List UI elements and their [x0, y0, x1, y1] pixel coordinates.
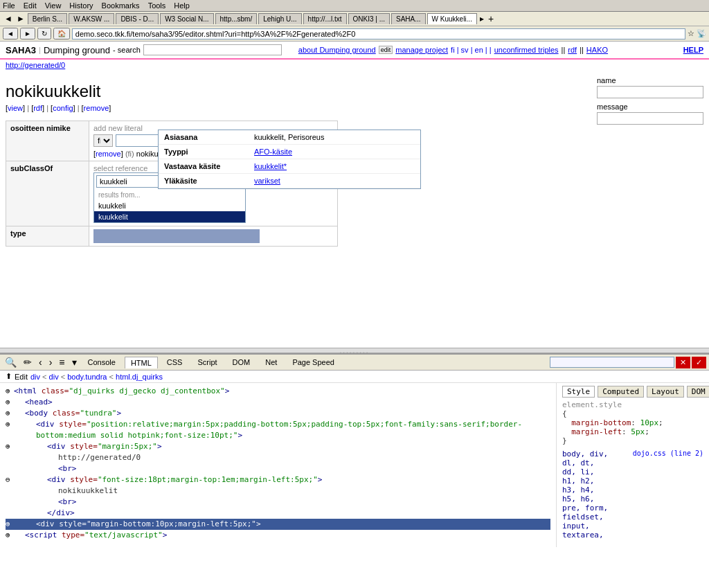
- tab-0[interactable]: Berlin S...: [28, 13, 67, 24]
- lang-en[interactable]: en: [475, 46, 483, 54]
- menu-file[interactable]: File: [3, 1, 15, 10]
- style-source[interactable]: dojo.css (line 2): [633, 449, 703, 457]
- bookmark-icon[interactable]: ☆: [688, 29, 694, 38]
- manage-project-link[interactable]: manage project: [395, 46, 448, 54]
- autocomplete-item-1[interactable]: kuukkelit: [94, 211, 245, 222]
- tab-2[interactable]: DBIS - D...: [116, 13, 159, 24]
- devtools-forward-icon[interactable]: ›: [47, 357, 55, 368]
- tab-more[interactable]: ▸: [478, 14, 485, 24]
- devtools-tab-net[interactable]: Net: [259, 356, 283, 368]
- autocomplete-item-0[interactable]: kuukkeli: [94, 200, 245, 211]
- expand-12[interactable]: ⊕: [6, 530, 14, 541]
- html-line-0[interactable]: ⊕ <html class="dj_quirks dj_gecko dj_con…: [6, 386, 550, 397]
- devtools-tab-css[interactable]: CSS: [161, 356, 189, 368]
- remove-literal-link[interactable]: remove: [96, 150, 121, 158]
- nav-home[interactable]: 🏠: [53, 28, 70, 39]
- about-link[interactable]: about Dumping ground: [298, 46, 376, 54]
- nav-forward[interactable]: ►: [20, 28, 35, 39]
- expand-0[interactable]: ⊕: [6, 386, 14, 397]
- name-input[interactable]: [597, 86, 703, 98]
- bc-html[interactable]: html.dj_quirks: [116, 373, 163, 381]
- style-tab-layout[interactable]: Layout: [647, 386, 684, 398]
- info-popup-value-2[interactable]: kuukkelit*: [249, 159, 420, 174]
- menu-bookmarks[interactable]: Bookmarks: [102, 1, 140, 10]
- menu-history[interactable]: History: [69, 1, 93, 10]
- info-popup-value-1[interactable]: AFO-käsite: [249, 145, 420, 159]
- bc-div2[interactable]: div: [49, 373, 59, 381]
- help-link[interactable]: HELP: [683, 46, 703, 54]
- devtools-tab-script[interactable]: Script: [191, 356, 223, 368]
- bc-body[interactable]: body.tundra: [67, 373, 107, 381]
- search-input[interactable]: [143, 44, 282, 55]
- tab-4[interactable]: http...sbm/: [215, 13, 258, 24]
- new-tab-button[interactable]: +: [487, 13, 495, 24]
- lang-fi[interactable]: fi: [451, 46, 455, 54]
- devtools-search-input[interactable]: [550, 357, 674, 368]
- menu-view[interactable]: View: [45, 1, 62, 10]
- tab-3[interactable]: W3 Social N...: [160, 13, 213, 24]
- lang-select[interactable]: fi: [93, 134, 113, 147]
- tab-1[interactable]: W.AKSW ...: [69, 13, 114, 24]
- unconfirmed-link[interactable]: unconfirmed triples: [494, 46, 559, 54]
- style-tab-computed[interactable]: Computed: [598, 386, 644, 398]
- html-line-3[interactable]: ⊕ <div style="position:relative;margin:5…: [6, 419, 550, 441]
- message-input[interactable]: [597, 112, 703, 125]
- splitter[interactable]: .........: [0, 348, 709, 353]
- html-line-7[interactable]: ⊖ <div style="font-size:18pt;margin-top:…: [6, 474, 550, 485]
- devtools-back-icon[interactable]: ‹: [37, 357, 44, 368]
- devtools-search-clear-btn[interactable]: ✕: [676, 357, 690, 368]
- edit-button[interactable]: edit: [379, 46, 393, 54]
- tab-8[interactable]: SAHA...: [391, 13, 426, 24]
- expand-11[interactable]: ⊕: [6, 519, 14, 530]
- html-line-1[interactable]: ⊕ <head>: [6, 397, 550, 408]
- devtools-search-submit-btn[interactable]: ✓: [692, 357, 706, 368]
- devtools-tab-pagespeed[interactable]: Page Speed: [286, 356, 341, 368]
- devtools-dropdown-icon[interactable]: ▾: [70, 357, 79, 368]
- hako-link[interactable]: HAKO: [586, 46, 608, 54]
- devtools-inspect-icon[interactable]: 🔍: [3, 357, 19, 368]
- devtools-edit-icon[interactable]: ✏: [21, 357, 34, 368]
- tab-6[interactable]: http://...l.txt: [303, 13, 347, 24]
- remove-page-link[interactable]: remove: [84, 104, 109, 112]
- tab-scroll-right[interactable]: ►: [15, 14, 26, 24]
- devtools-edit-btn[interactable]: Edit: [15, 373, 28, 381]
- dumping-ground-link[interactable]: Dumping ground: [44, 45, 110, 55]
- config-link[interactable]: config: [53, 104, 73, 112]
- expand-4[interactable]: ⊕: [6, 441, 14, 452]
- html-line-4[interactable]: ⊕ <div style="margin:5px;">: [6, 441, 550, 452]
- devtools-tab-console[interactable]: Console: [82, 356, 122, 368]
- name-label: name: [597, 76, 703, 84]
- tab-9[interactable]: W Kuukkeli...: [427, 13, 477, 24]
- devtools-menu-icon[interactable]: ≡: [57, 357, 66, 368]
- url-display[interactable]: http://generated/0: [0, 60, 709, 71]
- html-line-11[interactable]: ⊕ <div style="margin-bottom:10px;margin-…: [6, 519, 550, 530]
- tab-scroll-left[interactable]: ◄: [3, 14, 14, 24]
- expand-1[interactable]: ⊕: [6, 397, 14, 408]
- saha3-link[interactable]: SAHA3: [6, 45, 36, 55]
- info-popup: Asiasanakuukkelit, PerisoreusTyyppiAFO-k…: [158, 130, 421, 189]
- bc-div1[interactable]: div: [30, 373, 40, 381]
- menu-edit[interactable]: Edit: [24, 1, 37, 10]
- rdf-page-link[interactable]: rdf: [33, 104, 42, 112]
- html-line-2[interactable]: ⊕ <body class="tundra">: [6, 408, 550, 419]
- address-input[interactable]: [72, 28, 685, 39]
- tab-5[interactable]: Lehigh U...: [258, 13, 301, 24]
- nav-back[interactable]: ◄: [3, 28, 18, 39]
- expand-2[interactable]: ⊕: [6, 408, 14, 419]
- style-tab-style[interactable]: Style: [562, 386, 595, 398]
- lang-sv[interactable]: sv: [461, 46, 469, 54]
- view-link[interactable]: view: [8, 104, 23, 112]
- menu-help[interactable]: Help: [174, 1, 190, 10]
- info-popup-value-3[interactable]: varikset: [249, 174, 420, 188]
- devtools-inspect-btn[interactable]: ⬆: [6, 372, 12, 381]
- expand-7[interactable]: ⊖: [6, 474, 14, 485]
- menu-tools[interactable]: Tools: [148, 1, 166, 10]
- nav-refresh[interactable]: ↻: [37, 28, 51, 39]
- html-line-12[interactable]: ⊕ <script type="text/javascript">: [6, 530, 550, 541]
- tab-7[interactable]: ONKI3 | ...: [348, 13, 391, 24]
- rdf-link[interactable]: rdf: [568, 46, 577, 54]
- style-tab-dom[interactable]: DOM: [687, 386, 709, 398]
- expand-3[interactable]: ⊕: [6, 419, 14, 430]
- devtools-tab-html[interactable]: HTML: [125, 357, 158, 368]
- devtools-tab-dom[interactable]: DOM: [226, 356, 257, 368]
